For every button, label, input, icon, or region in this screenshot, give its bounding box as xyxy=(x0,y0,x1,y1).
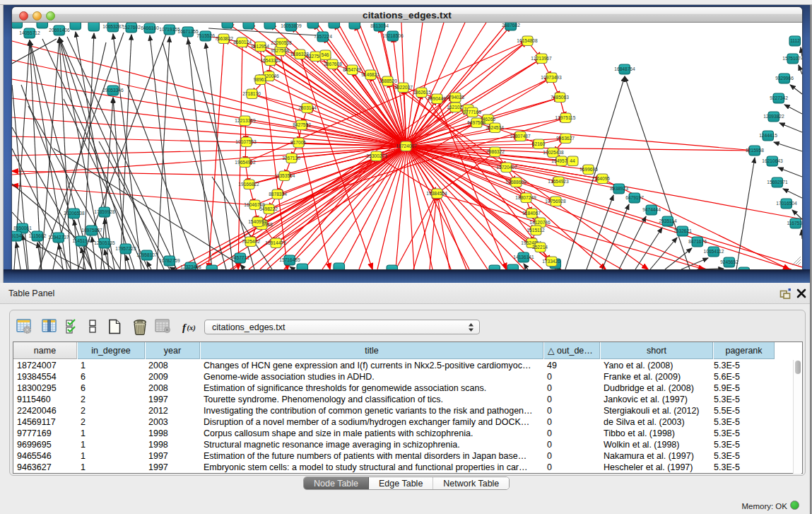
svg-text:9474444: 9474444 xyxy=(642,207,661,212)
svg-text:10973493: 10973493 xyxy=(541,75,562,80)
svg-text:10756928: 10756928 xyxy=(545,199,566,204)
svg-text:11353594: 11353594 xyxy=(275,173,295,178)
svg-text:19654952: 19654952 xyxy=(235,160,256,165)
svg-text:17957223: 17957223 xyxy=(115,246,136,251)
svg-text:16782759: 16782759 xyxy=(159,258,180,263)
svg-text:1588520: 1588520 xyxy=(379,78,397,83)
svg-text:12942737: 12942737 xyxy=(48,235,69,240)
svg-text:7357224: 7357224 xyxy=(314,34,332,39)
svg-text:546: 546 xyxy=(321,52,329,57)
svg-text:391547: 391547 xyxy=(12,233,24,238)
svg-text:16543362: 16543362 xyxy=(260,58,281,63)
svg-text:14120746: 14120746 xyxy=(529,220,551,225)
svg-text:9245652: 9245652 xyxy=(720,259,739,264)
svg-text:9329966: 9329966 xyxy=(775,76,794,81)
svg-text:16671355: 16671355 xyxy=(177,29,199,34)
svg-text:1615112: 1615112 xyxy=(526,228,545,233)
svg-text:12323468: 12323468 xyxy=(180,264,201,269)
svg-text:252214: 252214 xyxy=(532,245,548,250)
svg-text:2935114: 2935114 xyxy=(659,218,677,223)
svg-text:20206538: 20206538 xyxy=(64,211,85,216)
svg-text:8471676: 8471676 xyxy=(688,239,707,244)
svg-text:2687682: 2687682 xyxy=(502,23,520,28)
svg-text:1167533: 1167533 xyxy=(787,221,802,226)
svg-text:8912954: 8912954 xyxy=(251,44,269,49)
svg-text:7986322: 7986322 xyxy=(486,149,505,154)
svg-text:7485063: 7485063 xyxy=(551,95,569,100)
svg-text:44: 44 xyxy=(570,158,575,163)
svg-text:7632621: 7632621 xyxy=(673,228,692,233)
svg-text:17016504: 17016504 xyxy=(776,201,797,206)
svg-text:98961: 98961 xyxy=(254,77,267,82)
svg-text:22260538: 22260538 xyxy=(271,40,292,45)
svg-text:6794028: 6794028 xyxy=(446,95,464,100)
svg-text:2867608: 2867608 xyxy=(324,62,342,66)
svg-text:12213967: 12213967 xyxy=(531,56,552,61)
svg-text:9699695: 9699695 xyxy=(579,167,598,172)
svg-text:10688609: 10688609 xyxy=(505,180,526,185)
svg-text:19166822: 19166822 xyxy=(238,182,259,187)
svg-text:16914479: 16914479 xyxy=(265,240,286,245)
svg-text:19218506: 19218506 xyxy=(382,33,404,38)
svg-text:6497568: 6497568 xyxy=(467,120,486,125)
svg-text:1621022: 1621022 xyxy=(447,105,465,110)
svg-text:8215958: 8215958 xyxy=(746,148,764,153)
svg-text:15692971: 15692971 xyxy=(767,180,788,185)
svg-text:16210643: 16210643 xyxy=(762,158,783,163)
svg-text:9777169: 9777169 xyxy=(463,110,481,115)
svg-text:7663822: 7663822 xyxy=(215,36,233,41)
svg-text:10653287: 10653287 xyxy=(102,24,124,29)
svg-text:10975887: 10975887 xyxy=(81,228,102,233)
svg-text:16053809: 16053809 xyxy=(281,23,302,28)
svg-text:6479197: 6479197 xyxy=(625,195,644,200)
svg-text:7625402: 7625402 xyxy=(242,239,260,244)
svg-text:164095: 164095 xyxy=(594,176,610,181)
svg-text:5498222: 5498222 xyxy=(259,206,278,211)
svg-text:10654112: 10654112 xyxy=(704,249,724,254)
svg-text:3624534: 3624534 xyxy=(486,125,504,130)
svg-text:8990448: 8990448 xyxy=(428,96,446,101)
svg-text:3267130: 3267130 xyxy=(282,156,300,160)
svg-text:8454749: 8454749 xyxy=(343,67,361,72)
svg-text:9184067: 9184067 xyxy=(522,211,541,216)
svg-text:(x): (x) xyxy=(187,324,196,332)
svg-text:13654923: 13654923 xyxy=(548,179,569,184)
svg-text:8550061: 8550061 xyxy=(13,226,32,230)
svg-text:62160: 62160 xyxy=(532,141,546,146)
svg-text:20691406: 20691406 xyxy=(49,28,70,33)
svg-text:7515526: 7515526 xyxy=(196,33,215,38)
svg-text:15720407: 15720407 xyxy=(496,165,517,170)
svg-text:1145194: 1145194 xyxy=(72,238,90,243)
svg-text:1733426: 1733426 xyxy=(542,259,560,264)
svg-text:9146821: 9146821 xyxy=(361,72,379,77)
svg-text:17859928: 17859928 xyxy=(94,209,115,214)
svg-text:6466160: 6466160 xyxy=(141,25,159,30)
svg-text:29053346: 29053346 xyxy=(102,88,124,93)
svg-text:1527602: 1527602 xyxy=(122,25,141,30)
svg-text:16046768: 16046768 xyxy=(244,202,265,207)
svg-text:15751074: 15751074 xyxy=(782,56,802,61)
svg-text:8660124: 8660124 xyxy=(233,40,252,45)
svg-text:9463627: 9463627 xyxy=(556,136,575,141)
svg-text:1112: 1112 xyxy=(790,38,800,43)
svg-text:25300273: 25300273 xyxy=(366,153,387,158)
svg-text:9457771: 9457771 xyxy=(231,255,249,260)
svg-text:2803144: 2803144 xyxy=(298,105,317,110)
svg-text:12975115: 12975115 xyxy=(555,115,576,120)
svg-text:14136141: 14136141 xyxy=(513,255,534,259)
svg-text:9327508: 9327508 xyxy=(271,48,289,53)
svg-text:12093822: 12093822 xyxy=(763,114,784,119)
svg-text:8427552: 8427552 xyxy=(293,122,311,127)
svg-text:10025438: 10025438 xyxy=(543,150,564,155)
svg-text:817006: 817006 xyxy=(290,140,306,145)
svg-text:10807487: 10807487 xyxy=(510,134,531,139)
svg-text:8813054: 8813054 xyxy=(370,23,389,28)
svg-text:16154808: 16154808 xyxy=(517,38,538,43)
svg-text:1540994: 1540994 xyxy=(248,219,266,224)
svg-text:8322037: 8322037 xyxy=(394,85,413,90)
svg-text:8878334: 8878334 xyxy=(269,192,287,197)
svg-text:18807249: 18807249 xyxy=(515,195,536,200)
svg-text:10107553: 10107553 xyxy=(235,139,257,144)
svg-text:18724007: 18724007 xyxy=(396,144,417,148)
svg-text:15716485: 15716485 xyxy=(279,257,300,262)
